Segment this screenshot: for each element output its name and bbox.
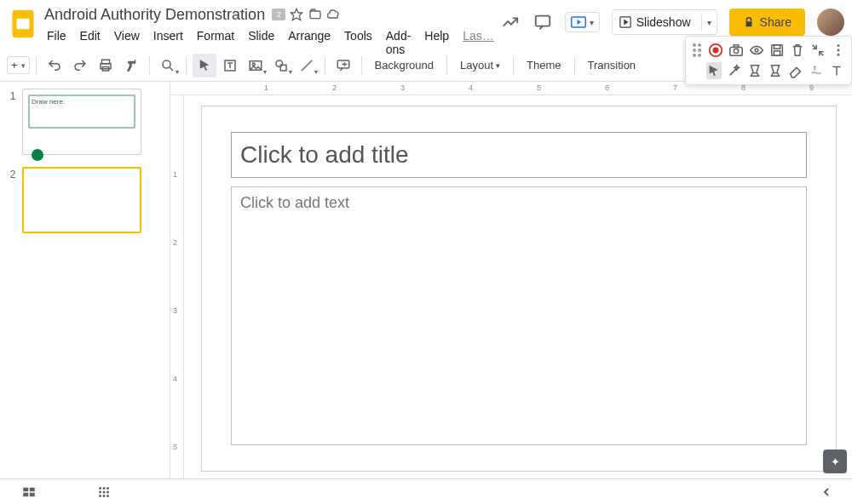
filmstrip[interactable]: 1 Draw here: 2 <box>0 82 170 478</box>
insert-line-button[interactable] <box>295 54 319 77</box>
svg-point-30 <box>106 495 109 497</box>
background-button[interactable]: Background <box>368 55 440 75</box>
title-area: Android Authority Demonstration 2 File E… <box>41 5 500 60</box>
svg-point-36 <box>755 49 758 52</box>
slideshow-options-button[interactable]: ▾ <box>702 18 717 27</box>
theme-button[interactable]: Theme <box>520 55 567 75</box>
svg-point-23 <box>103 487 106 490</box>
slide-2-number: 2 <box>3 167 22 233</box>
svg-point-25 <box>99 490 101 493</box>
eye-icon[interactable] <box>749 42 764 59</box>
grid-view-button[interactable] <box>92 480 116 504</box>
plus-icon: + <box>11 59 18 72</box>
comments-icon[interactable] <box>532 12 553 32</box>
separator <box>513 56 514 75</box>
collapse-panel-button[interactable] <box>818 484 835 501</box>
recording-toolbar[interactable] <box>685 36 852 85</box>
menu-addons[interactable]: Add-ons <box>380 26 417 60</box>
svg-rect-3 <box>310 11 320 19</box>
chevron-down-icon: ▾ <box>590 18 594 27</box>
trash-icon[interactable] <box>790 42 805 59</box>
svg-point-24 <box>106 487 109 490</box>
eraser-icon[interactable] <box>788 62 803 79</box>
highlighter-2-icon[interactable] <box>768 62 783 79</box>
text-format-icon[interactable] <box>809 62 824 79</box>
separator <box>36 56 37 75</box>
separator <box>361 56 362 75</box>
svg-rect-21 <box>30 492 35 496</box>
share-label: Share <box>760 15 792 29</box>
svg-rect-7 <box>746 21 751 26</box>
collapse-icon[interactable] <box>810 42 826 59</box>
slides-logo[interactable] <box>10 7 36 41</box>
share-button[interactable]: Share <box>729 9 805 36</box>
header-actions: ▾ Slideshow ▾ Share <box>500 5 844 36</box>
svg-point-28 <box>99 495 101 497</box>
star-icon[interactable] <box>289 7 304 22</box>
text-tool-icon[interactable] <box>829 62 844 79</box>
svg-rect-39 <box>774 51 780 55</box>
menu-help[interactable]: Help <box>418 26 455 60</box>
svg-point-15 <box>276 60 283 67</box>
collaborator-avatar <box>32 149 43 161</box>
filmstrip-view-button[interactable] <box>17 480 41 504</box>
insert-comment-button[interactable] <box>331 54 355 77</box>
insert-shape-button[interactable] <box>269 54 293 77</box>
layout-button[interactable]: Layout▾ <box>453 55 507 75</box>
zoom-button[interactable] <box>156 54 180 77</box>
select-cursor-icon[interactable] <box>706 62 722 79</box>
select-tool-button[interactable] <box>193 54 216 77</box>
comment-count-badge[interactable]: 2 <box>272 9 285 20</box>
svg-rect-35 <box>734 45 738 48</box>
record-icon[interactable] <box>708 42 723 59</box>
svg-rect-4 <box>535 16 550 26</box>
separator <box>186 56 187 75</box>
move-folder-icon[interactable] <box>308 7 323 22</box>
transition-button[interactable]: Transition <box>581 55 643 75</box>
paint-format-button[interactable] <box>119 54 143 77</box>
save-icon[interactable] <box>769 42 785 59</box>
svg-rect-20 <box>30 487 35 491</box>
body-placeholder[interactable]: Click to add text <box>231 186 807 445</box>
svg-point-41 <box>838 49 840 52</box>
cloud-status-icon[interactable] <box>326 7 342 22</box>
svg-rect-1 <box>17 19 30 30</box>
svg-point-42 <box>838 54 840 56</box>
present-with-meet-button[interactable]: ▾ <box>565 12 600 32</box>
doc-title[interactable]: Android Authority Demonstration <box>41 4 268 26</box>
svg-point-26 <box>103 490 106 493</box>
account-avatar[interactable] <box>817 9 844 36</box>
highlighter-1-icon[interactable] <box>747 62 763 79</box>
slide-2-thumbnail[interactable] <box>22 167 141 233</box>
activity-icon[interactable] <box>500 12 521 32</box>
svg-point-14 <box>252 63 255 66</box>
svg-rect-19 <box>23 492 28 496</box>
svg-point-32 <box>712 47 718 53</box>
slide-1-number: 1 <box>3 89 22 155</box>
slideshow-button[interactable]: Slideshow <box>613 10 701 34</box>
svg-point-27 <box>106 490 109 493</box>
new-slide-button[interactable]: + ▾ <box>7 56 30 74</box>
slide-1-thumbnail[interactable]: Draw here: <box>22 89 141 155</box>
slideshow-label: Slideshow <box>636 15 691 29</box>
explore-button[interactable]: ✦ <box>823 450 847 473</box>
more-icon[interactable] <box>831 42 846 59</box>
slide-editor[interactable]: Click to add title Click to add text <box>201 106 837 472</box>
magic-wand-icon[interactable] <box>727 62 742 79</box>
camera-icon[interactable] <box>728 42 744 59</box>
drag-handle-icon[interactable] <box>693 43 701 57</box>
undo-button[interactable] <box>43 54 66 77</box>
svg-point-11 <box>163 60 170 68</box>
menu-last-edit[interactable]: Las… <box>457 26 500 60</box>
redo-button[interactable] <box>68 54 92 77</box>
text-box-button[interactable] <box>218 54 242 77</box>
svg-point-34 <box>734 49 738 53</box>
print-button[interactable] <box>94 54 118 77</box>
svg-rect-38 <box>774 45 780 49</box>
insert-image-button[interactable] <box>244 54 268 77</box>
svg-rect-18 <box>23 487 28 491</box>
canvas[interactable]: 1 2 3 4 5 6 7 8 9 1 2 3 4 5 Click to add… <box>170 82 852 478</box>
vertical-ruler: 1 2 3 4 5 <box>170 95 184 478</box>
title-placeholder[interactable]: Click to add title <box>231 132 807 178</box>
svg-rect-37 <box>772 45 783 56</box>
